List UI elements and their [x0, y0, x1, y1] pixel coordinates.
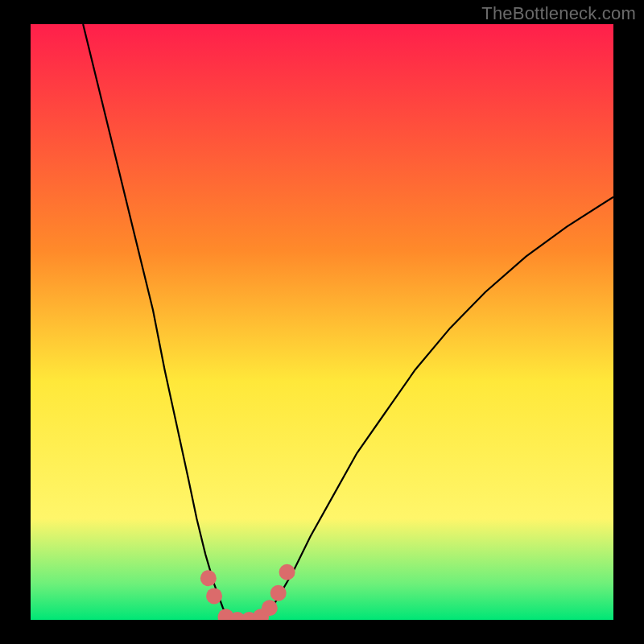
plot-area	[31, 24, 613, 620]
gradient-background	[31, 24, 613, 620]
marker-dot	[206, 588, 222, 604]
marker-dot	[279, 564, 295, 580]
marker-dot	[262, 600, 278, 616]
marker-dot	[200, 570, 217, 586]
figure-root: TheBottleneck.com	[0, 0, 644, 644]
watermark-text: TheBottleneck.com	[481, 3, 636, 24]
marker-dot	[270, 585, 287, 601]
chart-svg	[31, 24, 613, 620]
